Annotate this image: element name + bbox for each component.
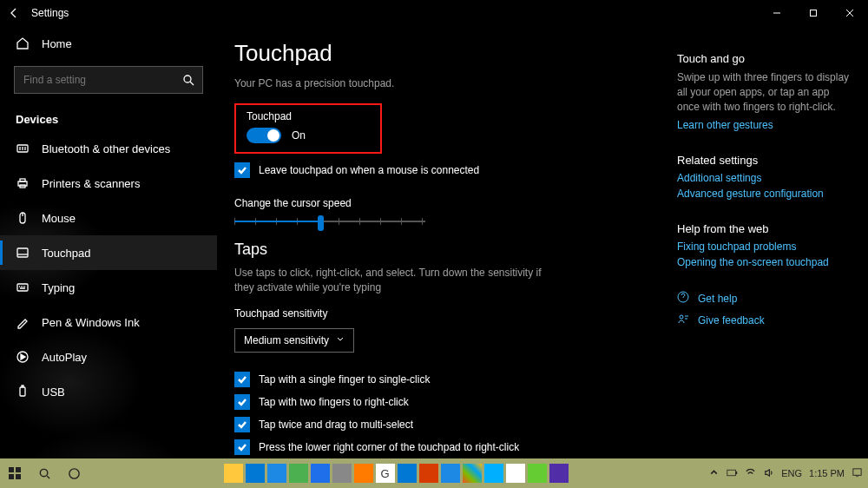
taskbar-app[interactable] [354, 464, 373, 483]
taskbar-app[interactable] [311, 464, 330, 483]
tap-label: Tap with two fingers to right-click [259, 396, 409, 408]
sidebar-section-header: Devices [0, 99, 217, 131]
svg-rect-0 [811, 10, 817, 16]
tap-label: Press the lower right corner of the touc… [259, 441, 519, 453]
pen-icon [16, 315, 30, 329]
taskbar-apps: G [224, 458, 569, 488]
tap-drag-checkbox-row[interactable]: Tap twice and drag to multi-select [234, 417, 642, 432]
battery-icon[interactable] [727, 467, 738, 480]
checkbox-icon [234, 417, 250, 432]
svg-point-12 [680, 315, 683, 319]
svg-point-18 [69, 468, 78, 478]
taskbar: G ENG 1:15 PM [0, 458, 868, 488]
tap-two-checkbox-row[interactable]: Tap with two fingers to right-click [234, 394, 642, 410]
sidebar-item-touchpad[interactable]: Touchpad [0, 235, 217, 270]
fixing-touchpad-link[interactable]: Fixing touchpad problems [677, 241, 851, 253]
autoplay-icon [16, 350, 30, 364]
sidebar-item-mouse[interactable]: Mouse [0, 201, 217, 235]
touchpad-toggle[interactable] [247, 128, 281, 143]
taskbar-app[interactable] [441, 464, 460, 483]
sidebar-item-autoplay[interactable]: AutoPlay [0, 340, 217, 374]
sidebar-item-usb[interactable]: USB [0, 374, 217, 409]
tap-corner-checkbox-row[interactable]: Press the lower right corner of the touc… [234, 439, 642, 455]
sensitivity-label: Touchpad sensitivity [234, 307, 642, 320]
taskbar-app[interactable] [289, 464, 308, 483]
search-input[interactable] [14, 66, 203, 94]
bluetooth-icon [16, 142, 30, 155]
additional-settings-link[interactable]: Additional settings [677, 172, 851, 184]
language-indicator[interactable]: ENG [781, 468, 802, 478]
taskbar-app[interactable] [419, 464, 438, 483]
page: Touchpad Your PC has a precision touchpa… [217, 26, 668, 458]
sensitivity-value: Medium sensitivity [244, 334, 329, 346]
checkbox-icon [234, 439, 250, 455]
taskbar-app[interactable] [224, 464, 243, 483]
onscreen-touchpad-link[interactable]: Opening the on-screen touchpad [677, 256, 851, 268]
give-feedback-link[interactable]: Give feedback [677, 313, 851, 327]
start-button[interactable] [0, 458, 30, 488]
sidebar-item-label: Mouse [42, 212, 76, 225]
taskbar-app[interactable]: G [376, 464, 395, 483]
sidebar-item-label: USB [42, 386, 65, 399]
taskbar-app[interactable] [528, 464, 547, 483]
sidebar-item-bluetooth[interactable]: Bluetooth & other devices [0, 131, 217, 166]
taskbar-app[interactable] [506, 464, 525, 483]
help-icon [677, 291, 689, 306]
window-title: Settings [31, 7, 69, 19]
sidebar-item-label: AutoPlay [42, 351, 87, 364]
tap-label: Tap with a single finger to single-click [259, 373, 430, 386]
sidebar-item-label: Printers & scanners [42, 177, 140, 190]
back-icon[interactable] [7, 6, 21, 20]
search-field[interactable] [22, 73, 181, 87]
touch-go-body: Swipe up with three fingers to display a… [677, 70, 851, 114]
sensitivity-dropdown[interactable]: Medium sensitivity [234, 328, 354, 353]
sidebar: Home Devices Bluetooth & other devices P… [0, 26, 217, 458]
tap-single-checkbox-row[interactable]: Tap with a single finger to single-click [234, 372, 642, 387]
taskbar-app[interactable] [246, 464, 265, 483]
printer-icon [16, 176, 30, 190]
cortana-button[interactable] [59, 458, 89, 488]
system-tray: ENG 1:15 PM [703, 458, 868, 488]
home-icon [16, 36, 30, 50]
minimize-button[interactable] [759, 0, 795, 26]
chevron-down-icon [336, 334, 345, 346]
sidebar-item-pen[interactable]: Pen & Windows Ink [0, 305, 217, 340]
taskbar-app[interactable] [549, 464, 569, 483]
taskbar-app[interactable] [484, 464, 503, 483]
advanced-gesture-link[interactable]: Advanced gesture configuration [677, 188, 851, 200]
svg-rect-14 [16, 467, 21, 472]
sidebar-item-home[interactable]: Home [0, 26, 217, 61]
svg-rect-16 [16, 474, 21, 479]
titlebar: Settings [0, 0, 868, 26]
svg-rect-13 [9, 467, 14, 472]
wifi-icon[interactable] [745, 467, 756, 480]
volume-icon[interactable] [763, 467, 774, 480]
search-icon [181, 73, 195, 87]
close-button[interactable] [832, 0, 868, 26]
maximize-button[interactable] [795, 0, 832, 26]
sidebar-item-typing[interactable]: Typing [0, 270, 217, 305]
get-help-link[interactable]: Get help [677, 291, 851, 306]
taskbar-app[interactable] [267, 464, 286, 483]
tray-chevron-icon[interactable] [708, 467, 720, 480]
cursor-speed-slider[interactable] [234, 214, 425, 228]
feedback-icon [677, 313, 689, 327]
page-title: Touchpad [234, 40, 642, 67]
svg-point-1 [184, 76, 191, 82]
sidebar-item-label: Bluetooth & other devices [42, 142, 170, 155]
clock[interactable]: 1:15 PM [809, 468, 845, 478]
leave-mouse-checkbox-row[interactable]: Leave touchpad on when a mouse is connec… [234, 162, 642, 178]
mouse-icon [16, 211, 30, 225]
taskbar-app[interactable] [398, 464, 417, 483]
action-center-icon[interactable] [852, 467, 863, 480]
taskbar-search-button[interactable] [30, 458, 59, 488]
sidebar-home-label: Home [42, 37, 72, 50]
touchpad-toggle-group: Touchpad On [234, 103, 382, 154]
sidebar-item-label: Typing [42, 281, 75, 294]
svg-rect-8 [17, 284, 28, 291]
taskbar-app[interactable] [332, 464, 352, 483]
taskbar-app[interactable] [463, 464, 482, 483]
sidebar-item-printers[interactable]: Printers & scanners [0, 166, 217, 201]
learn-gestures-link[interactable]: Learn other gestures [677, 119, 851, 131]
checkbox-icon [234, 372, 250, 387]
